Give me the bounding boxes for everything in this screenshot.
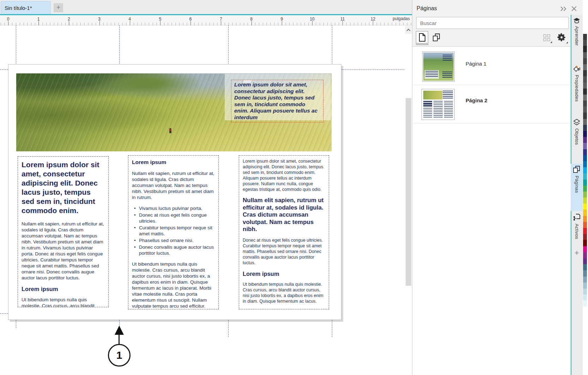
column3-heading: Nullam elit sapien, rutrum ut efficitur …	[243, 197, 325, 233]
intro-text: Lorem ipsum dolor sit amet, consectetur …	[234, 81, 320, 121]
search-input[interactable]	[416, 17, 569, 29]
palette-swatch[interactable]	[583, 119, 587, 125]
palette-swatch[interactable]	[583, 173, 587, 179]
palette-swatch[interactable]	[583, 101, 587, 107]
palette-swatch[interactable]	[583, 240, 587, 246]
multi-page-view-button[interactable]	[430, 31, 443, 43]
palette-swatch[interactable]	[583, 180, 587, 186]
canvas-vertical-scrollbar[interactable]	[406, 98, 411, 286]
thumbnail-text-lines	[443, 91, 453, 98]
palette-swatch[interactable]	[583, 52, 587, 58]
palette-swatch[interactable]	[583, 301, 587, 307]
ruler-unit-label: pulgadas	[381, 16, 410, 21]
dock-tab-paginas[interactable]: Páginas	[571, 164, 583, 211]
palette-swatch[interactable]	[583, 149, 587, 155]
palette-swatch[interactable]	[583, 95, 587, 101]
ruler-tick	[190, 21, 191, 25]
palette-swatch[interactable]	[583, 70, 587, 76]
dock-tab-propiedades[interactable]: Propiedades	[571, 63, 583, 113]
column3-body-1: Lorem ipsum dolor sit amet, consectetur …	[243, 158, 325, 192]
page-2-thumbnail[interactable]	[422, 89, 455, 120]
palette-swatch[interactable]	[583, 186, 587, 192]
dock-tab-objetos[interactable]: Objetos	[571, 117, 583, 157]
thumbnail-photo-texture	[423, 91, 443, 99]
intro-text-frame[interactable]: Lorem ipsum dolor sit amet, consectetur …	[231, 80, 323, 122]
palette-swatch[interactable]	[583, 198, 587, 204]
palette-swatch[interactable]	[583, 234, 587, 240]
palette-swatch[interactable]	[583, 222, 587, 228]
docker-collapse-button[interactable]	[559, 5, 568, 12]
palette-swatch[interactable]	[583, 289, 587, 295]
thumbnail-text-lines	[442, 72, 452, 78]
thumbnail-text-lines	[443, 55, 452, 62]
gear-icon	[557, 32, 566, 42]
ruler-tick	[8, 21, 8, 25]
new-document-tab-button[interactable]: +	[54, 3, 63, 12]
palette-swatch[interactable]	[583, 264, 587, 270]
palette-swatch[interactable]	[583, 83, 587, 89]
palette-swatch[interactable]	[583, 58, 587, 64]
color-palette-strip	[583, 34, 587, 307]
column3-subheading: Lorem ipsum	[243, 271, 325, 277]
ruler-tick	[373, 21, 373, 25]
palette-swatch[interactable]	[583, 89, 587, 95]
column2-heading: Lorem ipsum	[132, 159, 215, 165]
bullet-item: Donec convallis augue auctor lacus portt…	[132, 244, 215, 256]
dock-add-button[interactable]: +	[571, 248, 583, 258]
palette-swatch[interactable]	[583, 192, 587, 198]
ruler-tick	[251, 21, 252, 25]
palette-swatch[interactable]	[583, 216, 587, 222]
list-resize-grip[interactable]	[416, 44, 429, 45]
grid-icon	[543, 34, 551, 42]
dock-tab-activos[interactable]: Activos	[571, 212, 583, 248]
palette-swatch[interactable]	[583, 204, 587, 210]
palette-swatch[interactable]	[583, 107, 587, 113]
palette-swatch[interactable]	[583, 46, 587, 52]
scroll-up-button[interactable]	[405, 26, 412, 34]
text-frame-column-2[interactable]: Lorem ipsum Nullam elit sapien, rutrum u…	[128, 155, 219, 309]
ruler-tick	[221, 21, 221, 25]
palette-swatch[interactable]	[583, 246, 587, 252]
palette-swatch[interactable]	[583, 161, 587, 167]
palette-swatch[interactable]	[583, 295, 587, 301]
text-frame-column-3[interactable]: Lorem ipsum dolor sit amet, consectetur …	[239, 155, 329, 309]
palette-swatch[interactable]	[583, 40, 587, 46]
ruler-tick	[38, 21, 39, 25]
palette-swatch[interactable]	[583, 131, 587, 137]
palette-swatch[interactable]	[583, 167, 587, 173]
palette-swatch[interactable]	[583, 283, 587, 289]
single-page-view-button[interactable]	[416, 31, 428, 43]
palette-swatch[interactable]	[583, 277, 587, 283]
palette-swatch[interactable]	[583, 76, 587, 82]
ruler-tick	[282, 21, 282, 25]
palette-swatch[interactable]	[583, 258, 587, 264]
text-frame-column-1[interactable]: Lorem ipsum dolor sit amet, consectetur …	[18, 156, 109, 307]
docker-options-button[interactable]	[554, 31, 569, 44]
column1-subheading: Lorem ipsum	[22, 286, 105, 292]
page-1-thumbnail[interactable]	[422, 52, 455, 82]
palette-swatch[interactable]	[583, 210, 587, 216]
palette-swatch[interactable]	[583, 270, 587, 276]
palette-swatch[interactable]	[583, 252, 587, 258]
callout-1-badge: 1	[108, 344, 131, 367]
palette-swatch[interactable]	[583, 34, 587, 40]
ruler-tick	[69, 21, 69, 25]
dock-tab-aprender[interactable]: Aprender	[571, 16, 583, 59]
callout-1-arrowhead	[115, 326, 124, 335]
palette-swatch[interactable]	[583, 64, 587, 70]
dock-tab-label: Activos	[574, 224, 580, 239]
column2-body-1: Nullam elit sapien, rutrum ut efficitur …	[132, 170, 215, 200]
palette-swatch[interactable]	[583, 155, 587, 161]
palette-swatch[interactable]	[583, 113, 587, 119]
palette-swatch[interactable]	[583, 228, 587, 234]
thumbnail-size-button[interactable]	[540, 31, 553, 44]
palette-swatch[interactable]	[583, 137, 587, 143]
bullet-item: Donec at risus eget felis congue ultrici…	[132, 212, 215, 224]
docker-close-button[interactable]	[570, 5, 578, 12]
palette-swatch[interactable]	[583, 143, 587, 149]
chevron-up-icon	[406, 29, 410, 32]
properties-icon	[573, 65, 581, 72]
document-tab[interactable]: Sin título-1*	[1, 1, 51, 14]
horizontal-ruler[interactable]: 0123456789101112	[0, 15, 412, 25]
palette-swatch[interactable]	[583, 125, 587, 131]
